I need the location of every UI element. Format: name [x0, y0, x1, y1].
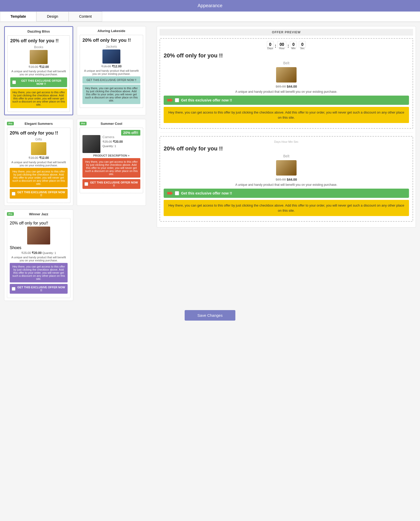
- countdown-hours: 00 Hour: [277, 42, 287, 50]
- elegant-price-new: ₹12.00: [39, 156, 49, 160]
- preview-cta-arrow-icon: [167, 98, 173, 102]
- preview-offer-title: 20% off only for you !!: [164, 52, 409, 59]
- tab-bar: Template Design Content: [0, 12, 420, 22]
- preview-card-1: 0 Days : 00 Hour : 0 Min 0: [160, 38, 413, 129]
- template-card-summer-cool[interactable]: Pro Summer Cool 20% off!! Camera ₹25.00 …: [77, 119, 146, 206]
- tab-template[interactable]: Template: [0, 12, 36, 22]
- winner-offer-title: 20% off only for you!!: [10, 221, 68, 226]
- preview-card2-cta-checkbox[interactable]: [175, 191, 179, 195]
- winner-product-name: Shoes: [10, 246, 68, 250]
- alluring-desc: A unique and handy product that will ben…: [82, 69, 140, 75]
- summer-cool-img: [82, 135, 100, 153]
- preview-card2-countdown-placeholder: Days Hour Min Sec: [164, 140, 409, 143]
- winner-cta[interactable]: GET THIS EXCLUSIVE OFFER NOW !!: [10, 284, 68, 294]
- elegant-inner: 20% off only for you !! Gifts ₹16.00 ₹12…: [7, 128, 70, 203]
- elegant-price: ₹16.00 ₹12.00: [10, 156, 68, 160]
- alluring-price: ₹16.00 ₹12.00: [82, 65, 140, 68]
- template-card-elegant-summers[interactable]: Pro Elegant Summers 20% off only for you…: [4, 119, 73, 206]
- preview-card2-product-name: Belt: [164, 154, 409, 158]
- summer-cool-checkbox[interactable]: [85, 182, 88, 186]
- preview-card2-price-new: $44.00: [287, 178, 297, 181]
- dazzling-price-old: ₹16.00: [28, 65, 38, 69]
- summer-cool-product-row: Camera ₹25.00 ₹20.00 Quantity: 1: [82, 135, 140, 153]
- templates-column: Dazzling Bliss 20% off only for you !! B…: [4, 26, 153, 301]
- elegant-desc: A unique and handy product that will ben…: [10, 161, 68, 167]
- template-name-winner-jazz: Winner Jazz: [7, 212, 70, 216]
- preview-cta-checkbox[interactable]: [175, 98, 179, 102]
- preview-price-new: $44.00: [287, 85, 297, 88]
- tab-design[interactable]: Design: [36, 12, 69, 22]
- alluring-product-img: [102, 49, 120, 64]
- elegant-price-old: ₹16.00: [28, 156, 38, 160]
- elegant-checkbox[interactable]: [12, 192, 15, 196]
- alluring-cta-label: GET THIS EXCLUSIVE OFFER NOW !!: [87, 78, 136, 81]
- elegant-product-img: [31, 142, 46, 155]
- countdown-days: 0 Days: [267, 42, 274, 50]
- template-card-alluring-lakeside[interactable]: Alluring Lakeside 20% off only for you !…: [77, 26, 146, 115]
- save-bar: Save Changes: [0, 305, 420, 326]
- preview-card2-cta-text: Get this exclusive offer now !!: [181, 191, 232, 195]
- dazzling-msg: Hey there, you can get access to this of…: [10, 89, 67, 108]
- preview-cta[interactable]: Get this exclusive offer now !!: [164, 96, 409, 105]
- tab-content[interactable]: Content: [69, 12, 102, 22]
- preview-cta-text: Get this exclusive offer now !!: [181, 98, 232, 102]
- summer-cool-cta-label: GET THIS EXCLUSIVE OFFER NOW !!: [90, 181, 138, 187]
- alluring-offer-title: 20% off only for you !!: [82, 38, 140, 43]
- preview-card2-cta[interactable]: Get this exclusive offer now !!: [164, 189, 409, 198]
- template-card-dazzling-bliss[interactable]: Dazzling Bliss 20% off only for you !! B…: [4, 26, 73, 115]
- preview-card2-price-old: $65.00: [276, 178, 286, 181]
- elegant-pro-badge: Pro: [7, 122, 14, 125]
- preview-card2-product-img: [276, 160, 297, 176]
- dazzling-cta[interactable]: GET THIS EXCLUSIVE OFFER NOW !!: [10, 77, 67, 87]
- template-name-summer-cool: Summer Cool: [80, 122, 143, 126]
- preview-msg: Hey there, you can get access to this of…: [164, 107, 409, 123]
- countdown: 0 Days : 00 Hour : 0 Min 0: [164, 42, 409, 50]
- dazzling-price-new: ₹12.00: [39, 65, 49, 69]
- winner-desc: A unique and handy product that will ben…: [10, 256, 68, 262]
- dazzling-product-img: [30, 50, 48, 64]
- dazzling-offer-title: 20% off only for you !!: [10, 38, 67, 44]
- app-title: Appearance: [197, 3, 222, 8]
- summer-cool-product-name: Camera: [102, 135, 123, 139]
- alluring-cta[interactable]: GET THIS EXCLUSIVE OFFER NOW !!: [82, 76, 140, 84]
- dazzling-price: ₹16.00 ₹12.00: [10, 65, 67, 69]
- preview-product-img: [276, 67, 297, 83]
- template-name-elegant-summers: Elegant Summers: [7, 122, 70, 126]
- winner-price: ₹25.00 ₹20.00 Quantity: 1: [10, 251, 68, 255]
- alluring-price-new: ₹12.00: [112, 65, 122, 68]
- elegant-cta-label: GET THIS EXCLUSIVE OFFER NOW !!: [17, 191, 66, 197]
- summer-cool-product-info: Camera ₹25.00 ₹20.00 Quantity: 1: [102, 135, 123, 148]
- template-card-winner-jazz[interactable]: Pro Winner Jazz 20% off only for you!! S…: [4, 209, 73, 301]
- preview-column: OFFER PREVIEW 0 Days : 00 Hour :: [157, 26, 416, 301]
- elegant-product-name: Gifts: [10, 137, 68, 141]
- preview-title: OFFER PREVIEW: [160, 29, 413, 36]
- summer-cool-msg: Hey there, you can get access to this of…: [82, 158, 140, 178]
- summer-cool-product-desc-label[interactable]: PRODUCT DESCRIPTION +: [82, 154, 140, 157]
- dazzling-product-name: Books: [10, 45, 67, 49]
- save-button[interactable]: Save Changes: [185, 310, 235, 321]
- summer-cool-inner-card: 20% off!! Camera ₹25.00 ₹20.00 Quantity:…: [80, 128, 143, 193]
- alluring-price-old: ₹16.00: [101, 65, 111, 68]
- winner-product-img: [27, 227, 50, 244]
- dazzling-cta-label: GET THIS EXCLUSIVE OFFER NOW !!: [17, 79, 65, 85]
- dazzling-bliss-inner: 20% off only for you !! Books ₹16.00 ₹12…: [7, 35, 70, 112]
- preview-panel: OFFER PREVIEW 0 Days : 00 Hour :: [157, 26, 416, 228]
- elegant-offer-title: 20% off only for you !!: [10, 130, 68, 136]
- winner-msg: Hey there, you can get access to this of…: [10, 263, 68, 282]
- preview-product-name: Belt: [164, 61, 409, 65]
- template-name-alluring-lakeside: Alluring Lakeside: [80, 29, 143, 33]
- preview-divider: [160, 132, 413, 132]
- template-name-dazzling-bliss: Dazzling Bliss: [7, 29, 70, 33]
- winner-cta-label: GET THIS EXCLUSIVE OFFER NOW !!: [17, 286, 66, 292]
- main-layout: Dazzling Bliss 20% off only for you !! B…: [0, 22, 420, 305]
- elegant-cta[interactable]: GET THIS EXCLUSIVE OFFER NOW !!: [10, 189, 68, 199]
- dazzling-checkbox[interactable]: [12, 80, 16, 84]
- summer-cool-cta[interactable]: GET THIS EXCLUSIVE OFFER NOW !!: [82, 179, 140, 189]
- summer-cool-quantity: Quantity: 1: [102, 145, 123, 148]
- winner-checkbox[interactable]: [12, 287, 15, 291]
- alluring-inner: 20% off only for you !! Jackets ₹16.00 ₹…: [80, 35, 143, 108]
- countdown-min: 0 Min: [290, 42, 297, 50]
- summer-cool-pro-badge: Pro: [80, 122, 87, 125]
- preview-card2-price: $65.00 $44.00: [164, 178, 409, 181]
- preview-desc: A unique and handy product that will ben…: [164, 90, 409, 94]
